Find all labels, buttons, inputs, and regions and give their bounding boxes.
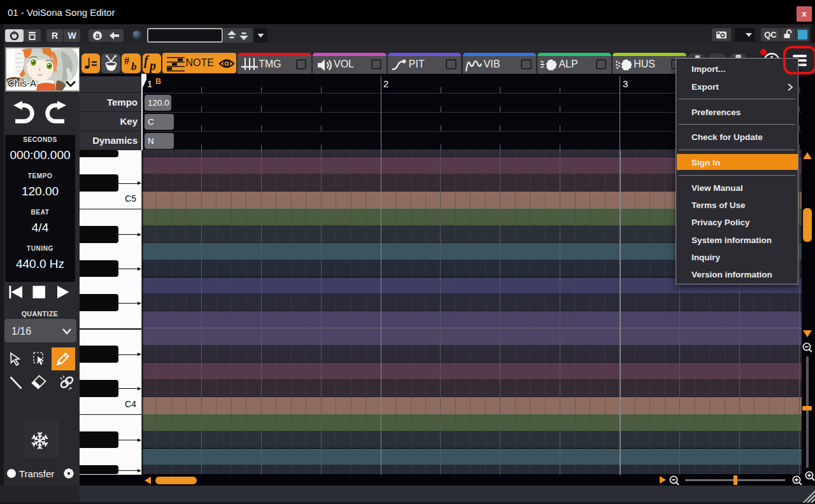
svg-text:f: f bbox=[144, 53, 150, 68]
svg-text:b: b bbox=[131, 60, 137, 73]
svg-text:a: a bbox=[96, 31, 100, 40]
svg-text:p: p bbox=[148, 59, 156, 73]
svg-text:#: # bbox=[124, 55, 129, 66]
